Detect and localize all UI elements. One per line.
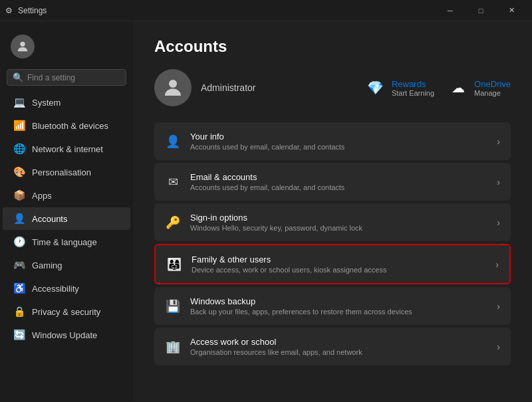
- sidebar-label-update: Windows Update: [32, 330, 97, 340]
- sidebar-icon-update: 🔄: [13, 329, 25, 341]
- settings-item-left-backup: 💾 Windows backup Back up your files, app…: [165, 296, 412, 316]
- settings-item-backup[interactable]: 💾 Windows backup Back up your files, app…: [154, 287, 511, 325]
- titlebar-title: Settings: [18, 6, 47, 15]
- top-action-sub-rewards: Start Earning: [392, 89, 434, 97]
- top-action-icon-rewards: 💎: [365, 77, 386, 98]
- sidebar-avatar: [11, 35, 35, 58]
- settings-item-icon-your-info: 👤: [165, 134, 181, 150]
- top-action-rewards[interactable]: 💎 Rewards Start Earning: [365, 77, 434, 98]
- settings-item-icon-email-accounts: ✉: [165, 174, 181, 190]
- sidebar-item-accessibility[interactable]: ♿ Accessibility: [3, 277, 130, 300]
- titlebar-left: ⚙ Settings: [5, 6, 47, 15]
- top-action-label-onedrive: OneDrive: [474, 79, 511, 89]
- sidebar-item-network[interactable]: 🌐 Network & internet: [3, 138, 130, 160]
- sidebar-icon-bluetooth: 📶: [13, 120, 25, 132]
- search-box[interactable]: 🔍: [7, 69, 126, 86]
- settings-item-desc-family: Device access, work or school users, kio…: [192, 266, 386, 274]
- settings-item-icon-backup: 💾: [165, 298, 181, 314]
- settings-item-title-family: Family & other users: [192, 254, 386, 264]
- titlebar-controls: ─ □ ✕: [435, 0, 527, 21]
- settings-icon: ⚙: [5, 6, 13, 15]
- settings-list: 👤 Your info Accounts used by email, cale…: [154, 122, 511, 365]
- settings-item-desc-sign-in: Windows Hello, security key, password, d…: [190, 224, 362, 232]
- settings-item-left-your-info: 👤 Your info Accounts used by email, cale…: [165, 132, 344, 151]
- sidebar-icon-accounts: 👤: [13, 213, 25, 225]
- settings-item-title-backup: Windows backup: [190, 296, 412, 306]
- sidebar-user-profile: [0, 27, 133, 66]
- sidebar-item-system[interactable]: 💻 System: [3, 91, 130, 114]
- settings-item-title-work-school: Access work or school: [190, 337, 362, 347]
- svg-point-1: [169, 80, 177, 88]
- settings-item-desc-your-info: Accounts used by email, calendar, and co…: [190, 143, 344, 151]
- settings-item-chevron-family: ›: [495, 259, 499, 270]
- sidebar-label-system: System: [32, 98, 61, 108]
- settings-item-your-info[interactable]: 👤 Your info Accounts used by email, cale…: [154, 122, 511, 160]
- user-section: Administrator 💎 Rewards Start Earning ☁ …: [154, 69, 511, 106]
- sidebar-item-personalisation[interactable]: 🎨 Personalisation: [3, 161, 130, 183]
- minimize-button[interactable]: ─: [435, 0, 466, 21]
- sidebar-label-apps: Apps: [32, 191, 52, 201]
- user-info: Administrator: [154, 69, 255, 106]
- sidebar-item-accounts[interactable]: 👤 Accounts: [3, 207, 130, 230]
- settings-item-left-email-accounts: ✉ Email & accounts Accounts used by emai…: [165, 172, 344, 191]
- titlebar: ⚙ Settings ─ □ ✕: [0, 0, 532, 21]
- sidebar-icon-system: 💻: [13, 96, 25, 108]
- settings-item-desc-work-school: Organisation resources like email, apps,…: [190, 348, 362, 356]
- sidebar-label-privacy: Privacy & security: [32, 307, 100, 317]
- settings-item-title-your-info: Your info: [190, 132, 344, 142]
- sidebar-icon-privacy: 🔒: [13, 306, 25, 318]
- settings-item-title-email-accounts: Email & accounts: [190, 172, 344, 182]
- settings-item-email-accounts[interactable]: ✉ Email & accounts Accounts used by emai…: [154, 163, 511, 201]
- settings-item-title-sign-in: Sign-in options: [190, 213, 362, 223]
- svg-point-0: [20, 42, 25, 47]
- sidebar-items-list: 💻 System 📶 Bluetooth & devices 🌐 Network…: [0, 91, 133, 346]
- sidebar-item-bluetooth[interactable]: 📶 Bluetooth & devices: [3, 114, 130, 137]
- settings-item-chevron-backup: ›: [497, 301, 500, 312]
- settings-item-chevron-email-accounts: ›: [497, 177, 500, 187]
- user-avatar-large: [154, 69, 192, 106]
- settings-item-icon-sign-in: 🔑: [165, 215, 181, 231]
- settings-item-desc-email-accounts: Accounts used by email, calendar, and co…: [190, 183, 344, 191]
- user-name-label: Administrator: [201, 82, 255, 93]
- sidebar-label-accounts: Accounts: [32, 214, 67, 224]
- main-layout: 🔍 💻 System 📶 Bluetooth & devices 🌐 Netwo…: [0, 21, 532, 402]
- sidebar-item-time[interactable]: 🕐 Time & language: [3, 231, 130, 253]
- settings-item-desc-backup: Back up your files, apps, preferences to…: [190, 308, 412, 316]
- sidebar-label-personalisation: Personalisation: [32, 167, 91, 177]
- sidebar-icon-network: 🌐: [13, 143, 25, 155]
- sidebar-item-privacy[interactable]: 🔒 Privacy & security: [3, 300, 130, 323]
- sidebar-item-gaming[interactable]: 🎮 Gaming: [3, 254, 130, 276]
- search-icon: 🔍: [13, 72, 23, 82]
- close-button[interactable]: ✕: [496, 0, 527, 21]
- top-action-onedrive[interactable]: ☁ OneDrive Manage: [448, 77, 511, 98]
- settings-item-left-sign-in: 🔑 Sign-in options Windows Hello, securit…: [165, 213, 362, 232]
- page-title: Accounts: [154, 37, 511, 56]
- top-action-sub-onedrive: Manage: [474, 89, 511, 97]
- sidebar-icon-personalisation: 🎨: [13, 166, 25, 178]
- content-area: Accounts Administrator 💎 Rewards Start E…: [133, 21, 532, 402]
- sidebar-icon-apps: 📦: [13, 189, 25, 201]
- sidebar-label-time: Time & language: [32, 237, 97, 247]
- sidebar: 🔍 💻 System 📶 Bluetooth & devices 🌐 Netwo…: [0, 21, 133, 402]
- search-input[interactable]: [27, 73, 120, 82]
- maximize-button[interactable]: □: [466, 0, 496, 21]
- sidebar-label-accessibility: Accessibility: [32, 284, 79, 294]
- sidebar-icon-time: 🕐: [13, 236, 25, 248]
- top-action-label-rewards: Rewards: [392, 79, 434, 89]
- sidebar-icon-gaming: 🎮: [13, 259, 25, 271]
- sidebar-label-bluetooth: Bluetooth & devices: [32, 121, 108, 131]
- sidebar-label-network: Network & internet: [32, 144, 103, 154]
- settings-item-icon-work-school: 🏢: [165, 339, 181, 355]
- sidebar-item-update[interactable]: 🔄 Windows Update: [3, 324, 130, 346]
- settings-item-chevron-your-info: ›: [497, 136, 500, 147]
- sidebar-label-gaming: Gaming: [32, 260, 63, 270]
- top-actions: 💎 Rewards Start Earning ☁ OneDrive Manag…: [365, 77, 511, 98]
- settings-item-work-school[interactable]: 🏢 Access work or school Organisation res…: [154, 328, 511, 365]
- settings-item-chevron-sign-in: ›: [497, 217, 500, 228]
- sidebar-item-apps[interactable]: 📦 Apps: [3, 184, 130, 207]
- settings-item-family[interactable]: 👨‍👩‍👧 Family & other users Device access…: [154, 244, 511, 284]
- settings-item-chevron-work-school: ›: [497, 342, 500, 352]
- settings-item-left-work-school: 🏢 Access work or school Organisation res…: [165, 337, 362, 356]
- settings-item-sign-in[interactable]: 🔑 Sign-in options Windows Hello, securit…: [154, 203, 511, 241]
- settings-item-icon-family: 👨‍👩‍👧: [166, 256, 182, 272]
